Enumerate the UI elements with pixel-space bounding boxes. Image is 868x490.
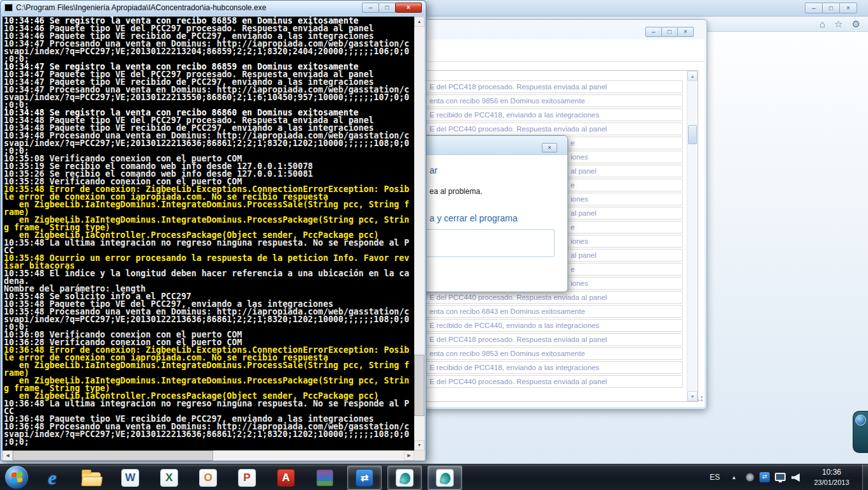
internet-explorer-icon: e xyxy=(48,467,56,489)
taskbar-buttons: eWXOPA⇄ xyxy=(36,464,462,490)
console-line: svapi/index/?q=PCC297;VE;20130122213204;… xyxy=(4,48,409,56)
list-item[interactable]: E del PCC440 procesado. Respuesta enviad… xyxy=(419,375,683,388)
console-line: svapi/index/?q=PCC297;VE;20130122213636;… xyxy=(4,316,409,323)
home-icon[interactable]: ⌂ xyxy=(819,19,825,29)
maximize-button[interactable]: □ xyxy=(661,27,678,37)
list-item[interactable]: E recibido de PCC418, enviando a las int… xyxy=(419,361,683,374)
close-button[interactable]: × xyxy=(677,27,694,37)
taskbar-button-powerpoint[interactable]: P xyxy=(230,466,264,490)
list-item[interactable]: enta con recibo 9856 en Dominus exitosam… xyxy=(419,94,683,107)
scroll-down-icon[interactable]: ▼ xyxy=(414,440,424,450)
scrollbar-thumb[interactable] xyxy=(13,450,213,461)
taskbar-button-windows-explorer[interactable] xyxy=(75,466,108,490)
ia-app-2-icon xyxy=(436,469,454,487)
minimize-button[interactable]: – xyxy=(645,27,662,37)
scrollbar-thumb[interactable] xyxy=(688,125,697,144)
taskbar-button-internet-explorer[interactable]: e xyxy=(36,466,69,490)
maximize-button[interactable]: □ xyxy=(378,3,396,13)
console-line: 10:36:48 La ultima integracion no regres… xyxy=(4,400,409,408)
background-window-caption-buttons: – □ × xyxy=(805,3,857,13)
scroll-up-icon[interactable]: ▲ xyxy=(687,71,698,81)
windows-logo-icon xyxy=(11,471,22,483)
console-screen: 10:34:46 Se registro la venta con recibo… xyxy=(3,17,414,450)
tray-teamviewer-icon[interactable]: ⇄ xyxy=(760,472,770,482)
tray-volume-icon[interactable] xyxy=(791,473,800,482)
winrar-icon xyxy=(317,470,333,486)
console-output: 10:34:46 Se registro la venta con recibo… xyxy=(4,17,409,446)
console-caption-buttons: – □ × xyxy=(363,3,422,13)
teamviewer-icon xyxy=(855,415,866,426)
app-window-caption-buttons: – □ × xyxy=(646,27,694,37)
word-icon: W xyxy=(121,469,139,487)
powerpoint-icon: P xyxy=(238,469,256,487)
taskbar-button-teamviewer[interactable]: ⇄ xyxy=(347,466,382,490)
clock-time: 10:36 xyxy=(804,468,859,477)
taskbar: eWXOPA⇄ ES ▲ ⇄ 10:36 23/01/2013 xyxy=(0,464,868,490)
hidden-icons-chevron-icon[interactable]: ▲ xyxy=(731,475,737,480)
console-titlebar[interactable]: C:\Program Files\Ingeniería Apropiada\IA… xyxy=(1,1,426,15)
console-line: 10:35:48 La ultima integracion no regres… xyxy=(4,239,409,247)
console-line: 10:35:48 El índice y la longitud deben h… xyxy=(4,270,409,278)
show-desktop-button[interactable] xyxy=(862,464,868,490)
console-line: en ZigbeeLib.IaIntegDominus.IntegrateDom… xyxy=(4,201,409,209)
outlook-icon: O xyxy=(199,469,217,487)
list-item[interactable]: E del PCC418 procesado. Respuesta enviad… xyxy=(419,333,683,346)
app-scrollbar[interactable]: ▲ ▼ xyxy=(687,71,698,401)
scroll-up-icon[interactable]: ▲ xyxy=(414,17,424,27)
list-item[interactable]: E del PCC418 procesado. Respuesta enviad… xyxy=(419,80,683,93)
excel-icon: X xyxy=(160,469,178,487)
taskbar-button-ia-app-1[interactable] xyxy=(387,466,422,490)
console-line: en ZigbeeLib.IaIntegDominus.IntegrateDom… xyxy=(4,362,409,369)
taskbar-button-word[interactable]: W xyxy=(114,466,147,490)
dialog-heading: ar xyxy=(430,165,437,175)
taskbar-button-outlook[interactable]: O xyxy=(191,466,225,490)
list-item[interactable]: enta con recibo 9853 en Dominus exitosam… xyxy=(419,347,683,360)
console-horizontal-scrollbar[interactable]: ◀ ▶ xyxy=(3,450,414,461)
maximize-button[interactable]: □ xyxy=(822,3,840,13)
list-item[interactable]: E recibido de PCC418, enviando a las int… xyxy=(419,108,683,121)
taskbar-button-ia-app-2[interactable] xyxy=(428,466,462,490)
scrollbar-thumb[interactable] xyxy=(414,355,424,416)
console-vertical-scrollbar[interactable]: ▲ ▼ xyxy=(414,17,424,450)
dialog-message: ea al problema. xyxy=(430,187,483,196)
tray-app-icon[interactable] xyxy=(745,473,754,482)
console-line: svapi/index/?q=PCC297;VE;20130122213636;… xyxy=(4,140,409,147)
resize-grip[interactable] xyxy=(694,393,703,402)
adobe-reader-icon: A xyxy=(277,469,295,487)
taskbar-clock[interactable]: 10:36 23/01/2013 xyxy=(804,468,859,486)
close-button[interactable]: × xyxy=(542,143,557,152)
console-line: ;0;0; xyxy=(4,438,409,446)
language-indicator[interactable]: ES xyxy=(710,473,720,482)
scroll-right-icon[interactable]: ▶ xyxy=(404,450,414,461)
scroll-left-icon[interactable]: ◀ xyxy=(3,450,13,461)
clock-date: 23/01/2013 xyxy=(804,479,859,486)
taskbar-button-adobe-reader[interactable]: A xyxy=(269,466,303,490)
favorites-icon[interactable]: ☆ xyxy=(834,19,842,30)
teamviewer-panel-tab[interactable] xyxy=(853,411,868,453)
list-item[interactable]: E recibido de PCC440, enviando a las int… xyxy=(419,319,683,332)
dialog-command-link[interactable]: a y cerrar el programa xyxy=(430,213,518,223)
console-window: C:\Program Files\Ingeniería Apropiada\IA… xyxy=(0,0,426,461)
ia-app-1-icon xyxy=(396,469,414,487)
console-app-icon xyxy=(4,4,13,11)
console-window-title: C:\Program Files\Ingeniería Apropiada\IA… xyxy=(16,3,266,12)
list-item[interactable]: E del PCC440 procesado. Respuesta enviad… xyxy=(419,122,683,135)
list-item[interactable]: enta con recibo 6843 en Dominus exitosam… xyxy=(419,305,683,318)
taskbar-button-winrar[interactable] xyxy=(308,466,341,490)
close-button[interactable]: × xyxy=(839,3,857,13)
close-button[interactable]: × xyxy=(395,3,422,13)
start-button[interactable] xyxy=(4,465,29,489)
list-item[interactable]: E del PCC440 procesado. Respuesta enviad… xyxy=(419,291,683,304)
minimize-button[interactable]: – xyxy=(362,3,379,13)
tray-display-icon[interactable] xyxy=(775,473,786,481)
teamviewer-icon: ⇄ xyxy=(355,469,373,487)
windows-explorer-icon xyxy=(82,472,101,486)
console-line: svapi/index/?q=PCC297;VE;20130122213636;… xyxy=(4,431,409,438)
console-line: svapi/index/?q=PCC297;VE;20130122213550;… xyxy=(4,94,409,101)
minimize-button[interactable]: – xyxy=(805,3,823,13)
scrollbar-corner xyxy=(414,450,424,461)
tools-icon[interactable]: ⚙ xyxy=(852,19,860,30)
taskbar-button-excel[interactable]: X xyxy=(153,466,186,490)
